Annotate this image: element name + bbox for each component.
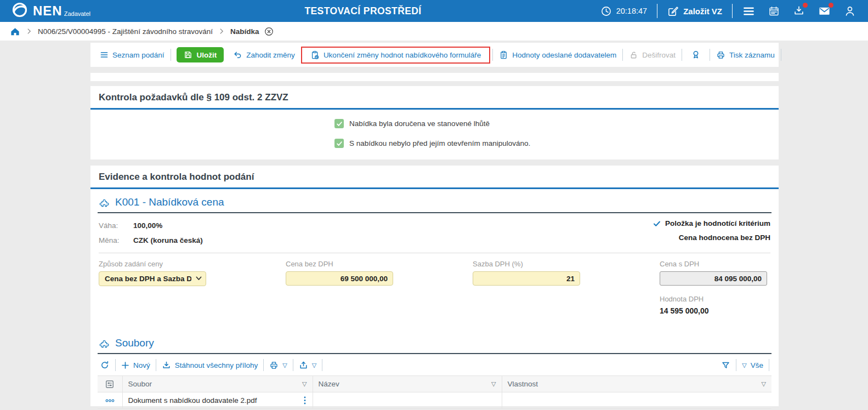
messages-button[interactable] — [812, 5, 837, 18]
seznam-podani-button[interactable]: Seznam podání — [95, 50, 169, 59]
filter-funnel-icon — [721, 361, 730, 370]
decrypt-button[interactable]: Dešifrovat — [624, 50, 680, 60]
price-without-vat-field: Cena bez DPH — [286, 260, 393, 315]
view-all-label: Vše — [751, 361, 763, 369]
file-nazev-cell[interactable] — [313, 392, 502, 409]
seznam-podani-label: Seznam podání — [112, 51, 164, 59]
divider — [732, 4, 733, 18]
dropdown-triangle-icon: ▽ — [742, 362, 746, 369]
print-record-button[interactable]: Tisk záznamu — [711, 50, 780, 60]
refresh-button[interactable] — [99, 360, 114, 370]
row-menu-dots-icon[interactable] — [303, 396, 307, 405]
refresh-icon — [100, 360, 110, 370]
filter-button[interactable] — [717, 361, 735, 370]
divider — [682, 49, 682, 61]
price-entry-mode-field: Způsob zadání ceny Cena bez DPH a Sazba … — [99, 260, 206, 315]
file-name[interactable]: Dokument s nabídkou dodavatele 2.pdf — [128, 396, 257, 405]
divider — [710, 49, 710, 61]
calendar-icon — [768, 5, 780, 17]
evidence-section-title: Evidence a kontrola hodnot podání — [90, 166, 779, 189]
new-file-button[interactable]: Nový — [117, 361, 155, 369]
column-header-soubor[interactable]: Soubor ▽ — [122, 376, 313, 392]
column-filter-triangle-icon[interactable]: ▽ — [302, 380, 307, 388]
save-label: Uložit — [197, 51, 217, 59]
vat-rate-label: Sazba DPH (%) — [473, 260, 580, 268]
download-tray-icon — [793, 5, 805, 17]
breadcrumb-item-procedure[interactable]: N006/25/V00004995 - Zajištění závodního … — [38, 27, 213, 36]
green-checkbox-icon[interactable] — [334, 139, 344, 148]
export-files-button[interactable]: ▽ — [294, 361, 321, 370]
column-filter-triangle-icon[interactable]: ▽ — [762, 380, 766, 388]
column-header-nazev[interactable]: Název ▽ — [313, 376, 502, 392]
row-actions-cell[interactable] — [98, 392, 122, 409]
file-vlastnost-cell[interactable] — [502, 392, 771, 409]
table-row[interactable]: Dokument s nabídkou dodavatele 2.pdf — [98, 392, 771, 409]
new-file-label: Nový — [133, 361, 150, 369]
decrypt-label: Dešifrovat — [642, 51, 676, 59]
vat-amount-value: 14 595 000,00 — [660, 306, 767, 315]
downloads-button[interactable] — [786, 5, 812, 17]
nen-logo-icon — [11, 1, 29, 19]
home-icon[interactable] — [10, 26, 20, 37]
divider — [322, 359, 322, 371]
undo-icon — [233, 50, 242, 60]
record-toolbar: Seznam podání Uložit Zahodit změny — [90, 43, 779, 67]
price-with-vat-field: Cena s DPH Hodnota DPH 14 595 000,00 — [660, 260, 767, 315]
vat-rate-field: Sazba DPH (%) — [473, 260, 580, 315]
column-header-soubor-label: Soubor — [128, 380, 152, 388]
end-value-change-button[interactable]: Ukončení změny hodnot nabídkového formul… — [305, 50, 486, 60]
create-vz-button[interactable]: Založit VZ — [661, 5, 729, 17]
divider — [171, 49, 171, 61]
green-checkbox-icon[interactable] — [334, 119, 344, 128]
certificate-button[interactable] — [683, 50, 708, 60]
view-all-button[interactable]: ▽ Vše — [737, 361, 768, 369]
main-menu-button[interactable] — [736, 5, 762, 18]
price-entry-mode-select[interactable]: Cena bez DPH a Sazba DPH — [99, 271, 206, 286]
check-not-manipulated: S nabídkou nebylo před jejím otevřením m… — [334, 139, 779, 148]
price-without-vat-input[interactable] — [286, 271, 393, 286]
breadcrumb-item-nabidka[interactable]: Nabídka — [230, 27, 259, 36]
dropdown-triangle-icon[interactable]: ▽ — [312, 362, 316, 369]
flag-price-without-vat-label: Cena hodnocena bez DPH — [679, 234, 770, 242]
column-header-vlastnost-label: Vlastnost — [508, 380, 538, 388]
print-files-button[interactable]: ▽ — [265, 361, 291, 370]
divider — [99, 253, 770, 253]
column-filter-triangle-icon[interactable]: ▽ — [491, 380, 496, 388]
clock-icon — [600, 5, 612, 17]
user-profile-button[interactable] — [837, 5, 863, 17]
clipboard-refresh-icon — [310, 50, 320, 60]
supplier-values-button[interactable]: Hodnoty odeslané dodavatelem — [494, 50, 621, 60]
column-settings-header[interactable] — [98, 376, 122, 392]
price-with-vat-input[interactable] — [660, 271, 767, 286]
supplier-values-label: Hodnoty odeslané dodavatelem — [512, 51, 616, 59]
nen-logo[interactable]: NEN Zadavatel — [11, 1, 90, 21]
discard-changes-label: Zahodit změny — [246, 51, 295, 59]
plus-icon — [121, 361, 129, 369]
share-icon — [299, 361, 308, 370]
puzzle-icon — [99, 338, 110, 349]
save-button[interactable]: Uložit — [177, 47, 224, 62]
k001-subsection-header: K001 - Nabídková cena — [98, 189, 771, 213]
calendar-button[interactable] — [762, 5, 786, 17]
edit-icon — [667, 5, 679, 17]
brand-name: NEN — [33, 1, 63, 21]
files-title: Soubory — [115, 337, 154, 349]
close-tab-icon[interactable] — [264, 27, 274, 36]
column-header-vlastnost[interactable]: Vlastnost ▽ — [502, 376, 771, 392]
vaha-value: 100,00% — [133, 221, 162, 230]
file-name-cell[interactable]: Dokument s nabídkou dodavatele 2.pdf — [122, 392, 313, 409]
divider — [293, 359, 293, 371]
blue-check-icon — [653, 220, 661, 227]
price-without-vat-label: Cena bez DPH — [286, 260, 393, 268]
environment-title: TESTOVACÍ PROSTŘEDÍ — [304, 5, 421, 17]
dropdown-triangle-icon[interactable]: ▽ — [282, 362, 287, 369]
print-record-label: Tisk záznamu — [729, 51, 775, 59]
ribbon-icon — [691, 50, 701, 60]
list-icon — [100, 50, 109, 59]
discard-changes-button[interactable]: Zahodit změny — [228, 50, 300, 60]
download-all-attachments-button[interactable]: Stáhnout všechny přílohy — [157, 361, 263, 370]
vat-rate-input[interactable] — [473, 271, 580, 286]
printer-icon — [269, 361, 279, 370]
clock-value: 20:18:47 — [616, 7, 647, 15]
files-table: Soubor ▽ Název ▽ Vlastnost ▽ — [98, 375, 771, 409]
